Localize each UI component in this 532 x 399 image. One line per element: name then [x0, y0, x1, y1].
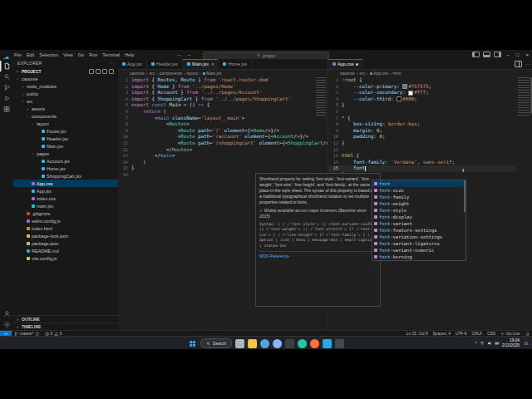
- right-code-line-5[interactable]: 5}: [328, 102, 516, 109]
- suggestion-font-weight[interactable]: font-weight: [372, 200, 466, 207]
- left-code-line-8[interactable]: 8 <Routes>: [118, 121, 315, 128]
- suggestion-font-family[interactable]: font-family: [372, 194, 466, 200]
- menu-go[interactable]: Go: [76, 52, 86, 57]
- taskbar-app-dark-2-icon[interactable]: [335, 339, 344, 348]
- menu-selection[interactable]: Selection: [37, 52, 61, 57]
- close-icon[interactable]: ×: [211, 62, 214, 66]
- code-editor-main-jsx[interactable]: 1import { Routes, Route } from 'react-ro…: [118, 77, 315, 179]
- right-code-line-6[interactable]: 6: [328, 109, 516, 116]
- window-maximize-button[interactable]: □: [515, 52, 521, 57]
- menu-help[interactable]: Help: [122, 52, 136, 57]
- file-shoppingcart-jsx[interactable]: ShoppingCart.jsx: [13, 172, 118, 180]
- taskbar-clock[interactable]: 19:24 2/12/2025: [502, 338, 520, 348]
- file-package-lock-json[interactable]: package-lock.json: [13, 232, 118, 239]
- new-file-icon[interactable]: [89, 69, 94, 74]
- left-code-line-10[interactable]: 10 <Route path='/account' element={<Acco…: [118, 134, 315, 140]
- refresh-icon[interactable]: [102, 69, 107, 74]
- folder-public[interactable]: ›public: [13, 90, 118, 97]
- breadcrumb-segment-components[interactable]: components: [160, 71, 182, 76]
- timeline-section[interactable]: › TIMELINE: [13, 323, 118, 330]
- toggle-panel-icon[interactable]: [483, 52, 490, 57]
- right-code-line-11[interactable]: 11}: [328, 140, 516, 147]
- minimap[interactable]: [316, 77, 326, 116]
- right-code-line-8[interactable]: 8 box-sizing: border-box;: [328, 121, 516, 128]
- forward-arrow-icon[interactable]: →: [186, 52, 191, 57]
- battery-icon[interactable]: [495, 341, 500, 346]
- left-code-line-4[interactable]: 4import { ShoppingCart } from '../../pag…: [118, 96, 315, 103]
- file-header-jsx[interactable]: Header.jsx: [13, 135, 118, 142]
- left-code-line-5[interactable]: 5export const Main = () => {: [118, 102, 315, 109]
- run-debug-icon[interactable]: [0, 93, 13, 104]
- left-code-line-3[interactable]: 3import { Account } from '../../pages/Ac…: [118, 90, 315, 96]
- explorer-more-icon[interactable]: ···: [109, 61, 114, 66]
- suggestion-font-variant[interactable]: font-variant: [372, 220, 466, 227]
- file-app-jsx[interactable]: App.jsx: [13, 187, 118, 195]
- file-index-html[interactable]: index.html: [13, 224, 118, 232]
- taskbar-vscode-icon[interactable]: [323, 339, 332, 348]
- suggestion-font-kerning[interactable]: font-kerning: [372, 254, 466, 260]
- taskbar-search-box[interactable]: Search: [200, 338, 232, 348]
- volume-icon[interactable]: [487, 341, 492, 346]
- window-minimize-button[interactable]: −: [505, 52, 511, 57]
- right-code-line-3[interactable]: 3 --color-secondary: #fff;: [328, 90, 516, 96]
- folder-layout[interactable]: ›layout: [13, 120, 118, 127]
- suggestion-font-variation-settings[interactable]: font-variation-settings: [372, 234, 466, 240]
- menu-run[interactable]: Run: [86, 52, 100, 57]
- right-code-line-1[interactable]: 1:root {: [328, 77, 516, 84]
- left-code-line-7[interactable]: 7 <main className='layout__main'>: [118, 116, 315, 122]
- right-code-line-13[interactable]: 13html {: [328, 153, 516, 160]
- account-icon[interactable]: [0, 308, 13, 319]
- breadcrumb-segment-caoonte[interactable]: caoonte: [340, 71, 355, 76]
- window-close-button[interactable]: ×: [524, 52, 530, 57]
- folder-src[interactable]: ›src: [13, 97, 118, 105]
- folder-components[interactable]: ›components: [13, 112, 118, 120]
- menu-file[interactable]: File: [12, 52, 24, 57]
- right-code-line-10[interactable]: 10 padding: 0;: [328, 134, 516, 140]
- file-footer-jsx[interactable]: Footer.jsx: [13, 127, 118, 135]
- source-control-icon[interactable]: [0, 82, 13, 93]
- toggle-sidebar-icon[interactable]: [472, 52, 480, 57]
- left-code-line-13[interactable]: 13 </main>: [118, 153, 315, 160]
- taskbar-app-dark-icon[interactable]: [285, 339, 294, 348]
- taskbar-firefox-icon[interactable]: [310, 339, 319, 348]
- taskbar-file-explorer-icon[interactable]: [248, 339, 257, 348]
- notification-center-icon[interactable]: [522, 340, 530, 347]
- suggestion-font[interactable]: font: [372, 180, 466, 187]
- minimap[interactable]: [518, 77, 530, 116]
- tab-home-jsx[interactable]: Home.jsx: [219, 59, 252, 69]
- right-code-line-9[interactable]: 9 margin: 0;: [328, 128, 516, 135]
- file-home-jsx[interactable]: Home.jsx: [13, 165, 118, 172]
- explorer-icon[interactable]: [0, 61, 13, 71]
- tab-header-jsx[interactable]: Header.jsx: [147, 59, 183, 69]
- menu-terminal[interactable]: Terminal: [100, 52, 122, 57]
- file-index-css[interactable]: index.css: [13, 195, 118, 202]
- right-code-line-2[interactable]: 2 --color-primary: #757575;: [328, 84, 516, 91]
- file-main-jsx[interactable]: Main.jsx: [13, 142, 118, 150]
- back-arrow-icon[interactable]: ←: [177, 52, 182, 57]
- file-account-jsx[interactable]: Account.jsx: [13, 157, 118, 165]
- file-vite-config-js[interactable]: vite.config.js: [13, 254, 118, 262]
- tab-app-jsx[interactable]: App.jsx: [118, 59, 147, 69]
- left-code-line-1[interactable]: 1import { Routes, Route } from 'react-ro…: [118, 77, 315, 84]
- wifi-icon[interactable]: [480, 341, 485, 346]
- command-center-search[interactable]: project: [203, 52, 329, 60]
- right-code-line-15[interactable]: 15 font: [328, 165, 516, 172]
- tab-main-jsx[interactable]: Main.jsx×: [183, 59, 219, 69]
- breadcrumb-segment-src[interactable]: src: [359, 71, 365, 76]
- folder-caoonte[interactable]: ›caoonte: [13, 75, 118, 82]
- suggestion-font-display[interactable]: font-display: [372, 214, 466, 220]
- outline-section[interactable]: › OUTLINE: [13, 315, 118, 323]
- tray-overflow-icon[interactable]: ^: [475, 341, 477, 346]
- breadcrumb-segment-caoonte[interactable]: caoonte: [130, 71, 145, 76]
- file-package-json[interactable]: package.json: [13, 239, 118, 247]
- breadcrumb-segment-src[interactable]: src: [149, 71, 155, 76]
- right-code-line-7[interactable]: 7* {: [328, 116, 516, 122]
- split-editor-icon[interactable]: [515, 61, 522, 67]
- file-readme-md[interactable]: README.md: [13, 247, 118, 254]
- file-gitignore[interactable]: .gitignore: [13, 209, 118, 217]
- right-code-line-12[interactable]: 12: [328, 147, 516, 154]
- breadcrumb-segment-app-css[interactable]: App.css: [370, 71, 388, 76]
- taskbar-app-blue-icon[interactable]: [260, 339, 269, 348]
- suggest-scrollbar[interactable]: [464, 180, 466, 212]
- suggestion-font-variant-ligatures[interactable]: font-variant-ligatures: [372, 240, 466, 247]
